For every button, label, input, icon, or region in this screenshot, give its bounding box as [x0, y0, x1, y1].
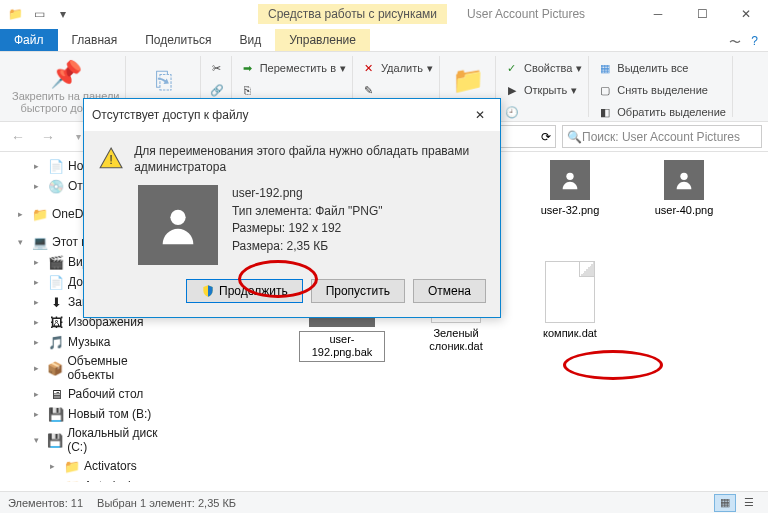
- user-thumb: [550, 160, 590, 200]
- move-icon: ➡: [240, 60, 256, 76]
- ribbon-select-all[interactable]: ▦Выделить все: [597, 58, 688, 78]
- tab-view[interactable]: Вид: [225, 29, 275, 51]
- file-label: user-32.png: [541, 204, 600, 217]
- file-label: Зеленый слоник.dat: [413, 327, 499, 353]
- file-item[interactable]: компик.dat: [527, 261, 613, 361]
- cut-icon: ✂: [209, 60, 225, 76]
- qat-properties-icon[interactable]: ▭: [28, 3, 50, 25]
- file-item[interactable]: user-40.png: [641, 160, 727, 243]
- nav-back-button[interactable]: ←: [6, 125, 30, 149]
- dialog-file-dims: Размеры: 192 x 192: [232, 220, 383, 237]
- view-thumbnails-button[interactable]: ▦: [714, 494, 736, 512]
- dialog-file-thumb: [138, 185, 218, 265]
- file-label: user-40.png: [655, 204, 714, 217]
- close-button[interactable]: ✕: [724, 0, 768, 28]
- sidebar-item[interactable]: ▸🎵Музыка: [0, 332, 175, 352]
- ribbon-collapse-icon[interactable]: 〜: [729, 34, 741, 51]
- continue-button[interactable]: Продолжить: [186, 279, 303, 303]
- sidebar-item[interactable]: ▸📁Autodesk: [0, 476, 175, 482]
- path-icon: 🔗: [209, 82, 225, 98]
- file-label[interactable]: user-192.png.bak: [299, 331, 385, 361]
- tab-manage[interactable]: Управление: [275, 29, 370, 51]
- ribbon-invert-selection[interactable]: ◧Обратить выделение: [597, 102, 726, 122]
- view-details-button[interactable]: ☰: [738, 494, 760, 512]
- dialog-file-name: user-192.png: [232, 185, 383, 202]
- shield-icon: [201, 284, 215, 298]
- ribbon-history[interactable]: 🕘: [504, 102, 520, 122]
- status-count: Элементов: 11: [8, 497, 83, 509]
- search-input[interactable]: 🔍 Поиск: User Account Pictures: [562, 125, 762, 148]
- select-none-icon: ▢: [597, 82, 613, 98]
- sidebar-item[interactable]: ▸📦Объемные объекты: [0, 352, 175, 384]
- search-placeholder: Поиск: User Account Pictures: [582, 130, 740, 144]
- pin-icon: 📌: [50, 59, 82, 90]
- sidebar-item[interactable]: ▸🖥Рабочий стол: [0, 384, 175, 404]
- rename-icon: ✎: [361, 82, 377, 98]
- ribbon-copy-to[interactable]: ⎘: [240, 80, 256, 100]
- sidebar-item[interactable]: ▸📁Activators: [0, 456, 175, 476]
- ribbon-delete[interactable]: ✕Удалить ▾: [361, 58, 433, 78]
- context-tab-label: Средства работы с рисунками: [258, 4, 447, 24]
- copy-icon: ⎘: [156, 65, 172, 96]
- properties-icon: ✓: [504, 60, 520, 76]
- svg-point-7: [170, 210, 185, 225]
- app-icon: 📁: [4, 3, 26, 25]
- invert-icon: ◧: [597, 104, 613, 120]
- new-folder-icon: 📁: [452, 65, 484, 96]
- dialog-title: Отсутствует доступ к файлу: [92, 108, 249, 122]
- warning-icon: !: [98, 143, 124, 175]
- skip-button[interactable]: Пропустить: [311, 279, 405, 303]
- dialog-file-size: Размера: 2,35 КБ: [232, 238, 383, 255]
- sidebar-item[interactable]: ▾💾Локальный диск (C:): [0, 424, 175, 456]
- maximize-button[interactable]: ☐: [680, 0, 724, 28]
- tab-home[interactable]: Главная: [58, 29, 132, 51]
- dialog-file-type: Тип элемента: Файл "PNG": [232, 203, 383, 220]
- help-icon[interactable]: ?: [751, 34, 758, 51]
- refresh-icon[interactable]: ⟳: [541, 130, 551, 144]
- dialog-message: Для переименования этого файла нужно обл…: [134, 143, 486, 175]
- tab-file[interactable]: Файл: [0, 29, 58, 51]
- search-icon: 🔍: [567, 130, 582, 144]
- open-icon: ▶: [504, 82, 520, 98]
- ribbon-select-none[interactable]: ▢Снять выделение: [597, 80, 708, 100]
- delete-icon: ✕: [361, 60, 377, 76]
- svg-point-3: [680, 173, 687, 180]
- ribbon-rename[interactable]: ✎: [361, 80, 377, 100]
- access-denied-dialog: Отсутствует доступ к файлу ✕ ! Для переи…: [83, 98, 501, 318]
- cancel-button[interactable]: Отмена: [413, 279, 486, 303]
- history-icon: 🕘: [504, 104, 520, 120]
- svg-point-2: [566, 173, 573, 180]
- ribbon-properties[interactable]: ✓Свойства ▾: [504, 58, 582, 78]
- tab-share[interactable]: Поделиться: [131, 29, 225, 51]
- ribbon-open[interactable]: ▶Открыть ▾: [504, 80, 577, 100]
- status-selected: Выбран 1 элемент: 2,35 КБ: [97, 497, 236, 509]
- window-title: User Account Pictures: [467, 7, 585, 21]
- svg-text:!: !: [109, 152, 113, 167]
- file-label: компик.dat: [543, 327, 597, 340]
- dialog-close-button[interactable]: ✕: [468, 105, 492, 125]
- ribbon-copy-path[interactable]: 🔗: [209, 80, 225, 100]
- sidebar-item[interactable]: ▸💾Новый том (B:): [0, 404, 175, 424]
- copyto-icon: ⎘: [240, 82, 256, 98]
- ribbon-cut[interactable]: ✂: [209, 58, 225, 78]
- qat-new-folder-icon[interactable]: ▾: [52, 3, 74, 25]
- user-thumb: [664, 160, 704, 200]
- file-item[interactable]: user-32.png: [527, 160, 613, 243]
- minimize-button[interactable]: ─: [636, 0, 680, 28]
- nav-forward-button[interactable]: →: [36, 125, 60, 149]
- ribbon-move-to[interactable]: ➡Переместить в ▾: [240, 58, 346, 78]
- select-all-icon: ▦: [597, 60, 613, 76]
- doc-thumb: [545, 261, 595, 323]
